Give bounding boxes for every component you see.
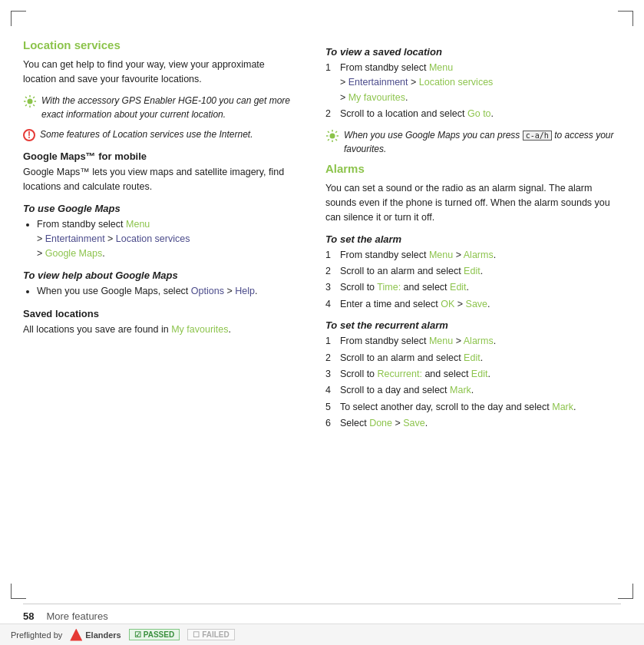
svg-line-8 [25,104,27,106]
rec-step-3-text: Scroll to Recurrent: and select Edit. [340,367,490,382]
set-alarm-step-1: 1 From standby select Menu > Alarms. [325,248,621,263]
mark-link-1: Mark [450,385,471,395]
alarm-step-num-1: 1 [325,248,336,263]
my-favourites-link: My favourites [171,324,228,335]
alarm-step-4-text: Enter a time and select OK > Save. [340,297,490,312]
alarm-step-2-text: Scroll to an alarm and select Edit. [340,264,483,279]
saved-locations-title: Saved locations [23,308,295,319]
rec-step-6-text: Select Done > Save. [340,416,428,431]
saved-locations-text: All locations you save are found in My f… [23,322,295,337]
rec-step-num-2: 2 [325,351,336,366]
view-help-list: When you use Google Maps, select Options… [23,284,295,299]
recurrent-link: Recurrent: [378,369,422,379]
google-maps-title: Google Maps™ for mobile [23,150,295,162]
options-link: Options [191,286,224,296]
recurrent-step-3: 3 Scroll to Recurrent: and select Edit. [325,367,621,382]
saved-locations-period: . [229,324,231,335]
rec-step-num-5: 5 [325,400,336,415]
use-google-title: To use Google Maps [23,203,295,214]
alarm-step-num-2: 2 [325,264,336,279]
my-favs-link-2: My favourites [348,92,405,103]
location-intro: You can get help to find your way, view … [23,58,295,88]
view-saved-list: 1 From standby select Menu > Entertainme… [325,61,621,122]
page-number: 58 [23,610,34,622]
rec-step-1-text: From standby select Menu > Alarms. [340,334,496,349]
recurrent-step-2: 2 Scroll to an alarm and select Edit. [325,351,621,366]
view-help-text: When you use Google Maps, select Options… [37,286,257,296]
alarms-link-rec: Alarms [464,336,494,346]
corner-mark-bl [11,584,26,599]
preflight-label: Preflighted by [11,630,62,640]
recurrent-step-1: 1 From standby select Menu > Alarms. [325,334,621,349]
checkbox-pass-icon: ☑ [134,630,141,639]
edit-link-2: Edit [450,282,467,293]
rec-step-4-text: Scroll to a day and select Mark. [340,383,474,398]
checkbox-fail-icon: ☐ [193,630,200,639]
alarm-step-num-4: 4 [325,297,336,312]
use-google-step: From standby select Menu > Entertainment… [37,217,295,262]
alarms-link-1: Alarms [464,250,494,260]
svg-line-6 [33,104,35,106]
svg-point-9 [329,133,335,138]
use-google-list: From standby select Menu > Entertainment… [23,217,295,262]
svg-line-7 [33,97,35,98]
goto-link: Go to [467,108,491,119]
help-link: Help [235,286,255,296]
view-saved-step-1: 1 From standby select Menu > Entertainme… [325,61,621,105]
edit-link-rec: Edit [464,352,481,363]
rec-step-5-text: To select another day, scroll to the day… [340,400,576,415]
saved-locations-body: All locations you save are found in [23,324,169,335]
edit-link-1: Edit [464,266,481,276]
alarm-step-num-3: 3 [325,280,336,295]
location-services-title: Location services [23,38,295,51]
time-link: Time: [377,282,401,293]
svg-line-16 [335,131,337,133]
set-alarm-list: 1 From standby select Menu > Alarms. 2 S… [325,248,621,313]
recurrent-step-6: 6 Select Done > Save. [325,416,621,431]
left-column: Location services You can get help to fi… [23,23,310,576]
preflight-brand: Elanders [70,629,121,641]
step-num-1: 1 [325,61,336,105]
recurrent-step-4: 4 Scroll to a day and select Mark. [325,383,621,398]
alarm-step-3-text: Scroll to Time: and select Edit. [340,280,469,295]
key-icon: c-a/h [523,131,552,141]
loc-services-link: Location services [116,233,190,244]
use-google-step-text: From standby select Menu > Entertainment… [37,219,190,260]
view-help-step: When you use Google Maps, select Options… [37,284,295,299]
tip-note-googlemaps-text: When you use Google Maps you can press c… [344,128,621,156]
tip-icon-sun-2 [325,129,339,143]
elanders-name: Elanders [85,630,121,640]
menu-link: Menu [126,219,150,230]
warning-note-text: Some features of Location services use t… [40,127,253,141]
mark-link-2: Mark [552,402,573,412]
svg-line-17 [328,139,329,141]
edit-link-rec2: Edit [471,369,488,379]
page-footer: 58 More features [23,604,621,622]
content-area: Location services You can get help to fi… [23,23,621,576]
recurrent-alarm-list: 1 From standby select Menu > Alarms. 2 S… [325,334,621,431]
set-alarm-title: To set the alarm [325,233,621,245]
elanders-icon [70,629,82,641]
save-link-rec: Save [403,418,425,428]
step-1-text: From standby select Menu > Entertainment… [340,61,493,105]
google-maps-intro: Google Maps™ lets you view maps and sate… [23,165,295,195]
rec-step-2-text: Scroll to an alarm and select Edit. [340,351,483,366]
page-label: More features [46,610,107,622]
page-container: Location services You can get help to fi… [0,0,644,645]
alarms-intro: You can set a sound or the radio as an a… [325,181,621,226]
right-column: To view a saved location 1 From standby … [310,23,621,576]
alarms-title: Alarms [325,162,621,175]
tip-note-gps: With the accessory GPS Enabler HGE-100 y… [23,94,295,121]
preflight-bar: Preflighted by Elanders ☑ PASSED ☐ FAILE… [0,624,644,645]
entertainment-link-2: Entertainment [348,77,408,88]
menu-link-rec: Menu [429,336,453,346]
passed-badge: ☑ PASSED [129,629,180,640]
done-link: Done [369,418,392,428]
recurrent-alarm-title: To set the recurrent alarm [325,319,621,331]
warning-note: ! Some features of Location services use… [23,127,295,141]
menu-link-alarm: Menu [429,250,453,260]
svg-point-0 [28,98,33,104]
svg-line-15 [335,139,337,141]
failed-label: FAILED [202,630,230,639]
recurrent-step-5: 5 To select another day, scroll to the d… [325,400,621,415]
